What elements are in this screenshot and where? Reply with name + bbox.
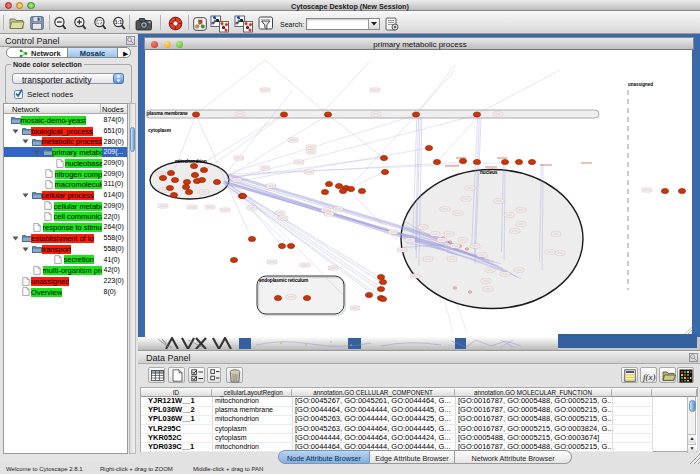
svg-text:endoplasmic reticulum: endoplasmic reticulum	[259, 278, 308, 283]
svg-text:f(x): f(x)	[643, 372, 656, 382]
svg-text:1:1: 1:1	[115, 19, 122, 25]
svg-text:plasma membrane: plasma membrane	[147, 111, 188, 116]
svg-text:unassigned: unassigned	[628, 82, 653, 87]
svg-text:mitochondrion: mitochondrion	[175, 159, 207, 164]
svg-text:nucleus: nucleus	[480, 170, 498, 175]
svg-text:cytoplasm: cytoplasm	[148, 128, 171, 133]
